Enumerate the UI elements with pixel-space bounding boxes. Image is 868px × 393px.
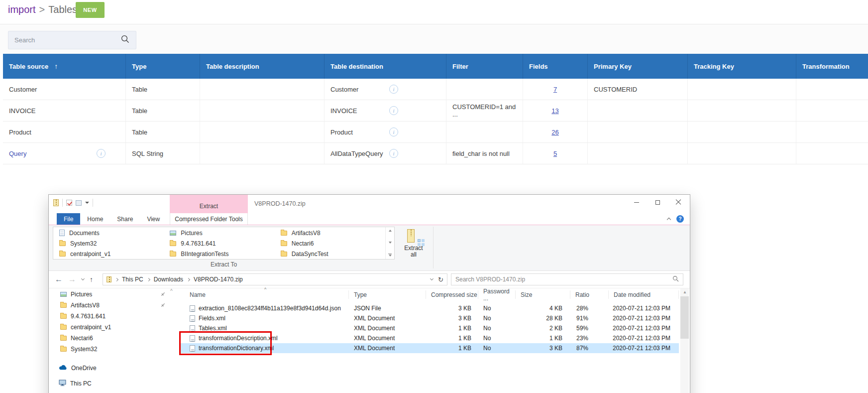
info-icon[interactable]: i: [389, 128, 398, 136]
scroll-down-icon[interactable]: [389, 242, 392, 244]
sidebar-item-onedrive[interactable]: OneDrive: [49, 363, 180, 373]
column-header-table-source[interactable]: Table source↑: [3, 54, 126, 79]
scroll-up-icon[interactable]: [389, 230, 392, 232]
column-header-type[interactable]: Type: [126, 54, 200, 79]
close-button[interactable]: [668, 195, 689, 210]
collapse-ribbon-icon[interactable]: [667, 218, 671, 222]
column-header-tracking-key[interactable]: Tracking Key: [688, 54, 796, 79]
address-bar[interactable]: This PC Downloads V8PROD-1470.zip ↻: [103, 273, 447, 285]
table-row[interactable]: INVOICE Table INVOICE i CUSTOMERID=1 and…: [3, 100, 868, 122]
column-header-ratio[interactable]: Ratio: [570, 290, 609, 299]
destination-item-documents[interactable]: Documents: [53, 228, 164, 238]
column-header-filter[interactable]: Filter: [446, 54, 523, 79]
extract-all-button[interactable]: Extract all: [399, 227, 429, 269]
pictures-icon: [170, 231, 176, 236]
help-icon[interactable]: ?: [676, 215, 684, 223]
breadcrumb-chevron-icon[interactable]: [115, 277, 118, 281]
fields-count-link[interactable]: 5: [553, 150, 557, 157]
cell-type: Table: [126, 122, 200, 142]
column-header-fields[interactable]: Fields: [523, 54, 588, 79]
column-header-table-description[interactable]: Table description: [200, 54, 325, 79]
column-header-primary-key[interactable]: Primary Key: [588, 54, 688, 79]
cell-primary-key: [588, 100, 688, 121]
tab-share[interactable]: Share: [110, 213, 140, 225]
search-icon[interactable]: [120, 34, 130, 46]
destination-item-artifactsv8[interactable]: ArtifactsV8: [275, 228, 385, 238]
address-crumb-this-pc[interactable]: This PC: [122, 276, 143, 283]
destination-item-nectari6[interactable]: Nectari6: [275, 238, 385, 249]
scrollbar-thumb[interactable]: [680, 296, 689, 339]
column-header-password[interactable]: Password ...: [478, 290, 516, 299]
destination-item-pictures[interactable]: Pictures: [164, 228, 274, 238]
column-header-compressed-size[interactable]: Compressed size: [426, 290, 478, 299]
fields-count-link[interactable]: 26: [551, 129, 558, 136]
tab-view[interactable]: View: [140, 213, 167, 225]
file-row-json[interactable]: extraction_8108ec8234ff4b11a139e8f3d941d…: [180, 303, 679, 313]
sidebar-item-nectari6[interactable]: Nectari6: [49, 333, 180, 343]
address-dropdown-icon[interactable]: [430, 277, 434, 280]
tab-compressed-folder-tools[interactable]: Compressed Folder Tools: [170, 213, 248, 225]
tab-file[interactable]: File: [57, 213, 80, 225]
new-button[interactable]: NEW: [76, 2, 105, 18]
search-input[interactable]: Search: [8, 31, 136, 49]
sidebar-item-artifactsv8[interactable]: ArtifactsV8: [49, 300, 180, 310]
column-header-date-modified[interactable]: Date modified: [609, 290, 679, 299]
column-header-type[interactable]: Type: [349, 290, 426, 299]
up-icon[interactable]: ↑: [90, 275, 93, 283]
tab-home[interactable]: Home: [80, 213, 110, 225]
vertical-scrollbar[interactable]: ▲: [680, 288, 689, 393]
title-bar[interactable]: Extract V8PROD-1470.zip: [49, 195, 690, 213]
explorer-search-input[interactable]: Search V8PROD-1470.zip: [451, 273, 683, 285]
scrollbar-up-icon[interactable]: ▲: [683, 290, 687, 294]
file-row-fields-xml[interactable]: Fields.xml XML Document 3 KB No 28 KB 91…: [180, 313, 679, 323]
info-icon[interactable]: i: [97, 149, 106, 158]
ribbon: Documents Pictures ArtifactsV8 System32 …: [49, 225, 690, 271]
sidebar-item-pictures[interactable]: Pictures: [49, 289, 180, 299]
toolbar-separator: [62, 199, 63, 207]
cell-primary-key: CUSTOMERID: [588, 79, 688, 100]
properties-icon[interactable]: [66, 200, 72, 206]
minimize-button[interactable]: [626, 195, 647, 210]
cell-fields: 26: [523, 122, 588, 142]
table-row[interactable]: Product Table Product i 26: [3, 122, 868, 143]
customize-toolbar-icon[interactable]: [85, 202, 89, 204]
column-header-size[interactable]: Size: [516, 290, 570, 299]
destination-item-biintegrationtests[interactable]: BIIntegrationTests: [164, 249, 274, 259]
table-row[interactable]: Query i SQL String AllDataTypeQuery i fi…: [3, 143, 868, 164]
folder-icon: [281, 252, 287, 257]
maximize-button[interactable]: [647, 195, 668, 210]
back-icon[interactable]: ←: [55, 275, 63, 284]
refresh-icon[interactable]: ↻: [438, 276, 443, 283]
info-icon[interactable]: i: [389, 85, 398, 94]
recent-locations-icon[interactable]: [81, 277, 85, 280]
onedrive-cloud-icon: [59, 365, 67, 372]
column-header-transformation[interactable]: Transformation: [796, 54, 868, 79]
sidebar-item-version-folder[interactable]: 9.4.7631.641: [49, 311, 180, 321]
sidebar-item-centralpoint[interactable]: centralpoint_v1: [49, 322, 180, 332]
sidebar-item-system32[interactable]: System32: [49, 344, 180, 354]
breadcrumb-chevron-icon[interactable]: [147, 277, 150, 281]
query-link[interactable]: Query: [9, 150, 26, 157]
breadcrumb-chevron-icon[interactable]: [187, 277, 190, 281]
sort-ascending-icon[interactable]: ↑: [54, 62, 58, 70]
info-icon[interactable]: i: [389, 106, 398, 115]
destination-item-datasynctest[interactable]: DataSyncTest: [275, 249, 385, 259]
explorer-search-icon[interactable]: [672, 275, 679, 283]
info-icon[interactable]: i: [389, 149, 398, 158]
contextual-tab-extract[interactable]: Extract: [170, 195, 248, 213]
fields-count-link[interactable]: 7: [553, 86, 557, 93]
sidebar-item-this-pc[interactable]: This PC: [49, 379, 180, 389]
address-crumb-downloads[interactable]: Downloads: [154, 276, 183, 283]
destination-item-centralpoint[interactable]: centralpoint_v1: [53, 249, 164, 259]
breadcrumb-section[interactable]: import: [8, 4, 36, 15]
destination-item-version[interactable]: 9.4.7631.641: [164, 238, 274, 249]
column-header-table-destination[interactable]: Table destination: [325, 54, 446, 79]
table-row[interactable]: Customer Table Customer i 7 CUSTOMERID: [3, 79, 868, 100]
new-folder-icon[interactable]: [76, 200, 82, 206]
destination-item-system32[interactable]: System32: [53, 238, 164, 249]
cell-filter: [446, 122, 523, 142]
expand-gallery-icon[interactable]: [388, 254, 392, 257]
cell-type: Table: [126, 100, 200, 121]
fields-count-link[interactable]: 13: [551, 107, 558, 115]
address-crumb-zip[interactable]: V8PROD-1470.zip: [194, 276, 243, 283]
